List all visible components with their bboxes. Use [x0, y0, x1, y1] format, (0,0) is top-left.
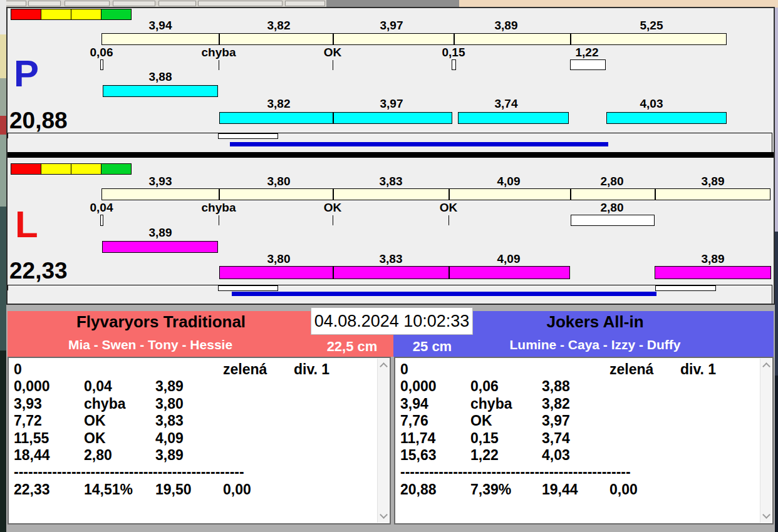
lane-l-mark-label: 2,80 [601, 202, 624, 213]
lane-l-letter: L [15, 206, 38, 243]
lane-p-split-bar [101, 33, 727, 45]
top-strip-segment [198, 1, 283, 6]
lane-l-start-tick [100, 215, 103, 226]
result-row: 0,0000,063,88 [395, 378, 760, 395]
scroll-up-icon[interactable] [762, 362, 770, 371]
lane-p-start-tick [100, 59, 103, 70]
lane-p-mark-label: chyba [202, 46, 236, 58]
team-right-jump-height: 25 cm [393, 340, 471, 354]
result-row: 11,740,153,74 [395, 430, 760, 447]
lane-p-run-label: 3,82 [267, 98, 291, 110]
lane-p-run-label: 4,03 [640, 98, 663, 110]
run-divider [333, 113, 334, 123]
lane-l-traffic-light-yellow2 [71, 163, 101, 175]
team-right-results-panel[interactable]: 0 zelená div. 1 0,0000,063,88 3,94chyba3… [394, 357, 774, 524]
scroll-up-icon[interactable] [380, 362, 388, 371]
lane-p-white-progress-bar [218, 133, 278, 139]
scrollbar[interactable] [760, 359, 772, 523]
totals-row: 20,887,39%19,440,00 [395, 481, 760, 498]
datetime-box: 04.08.2024 10:02:33 [311, 307, 473, 335]
status-division: div. 1 [680, 361, 760, 378]
status-row: 0 zelená div. 1 [9, 361, 377, 378]
lane-l-split-label: 3,80 [267, 175, 291, 187]
lane-p-run-bar [458, 112, 569, 124]
team-left-jump-height: 22,5 cm [311, 340, 393, 354]
lane-l-run-label: 4,09 [497, 253, 521, 265]
result-row: 7,72OK3,83 [9, 412, 377, 429]
split-divider [454, 34, 455, 44]
lane-l-mark-label: OK [440, 202, 458, 213]
lane-p-run-bar [219, 112, 452, 124]
lane-l-mark-label: chyba [202, 202, 236, 213]
lane-l-total-time: 22,33 [9, 259, 68, 282]
lane-p-run-bar [606, 112, 727, 124]
lane-p-mark-tick [333, 60, 333, 70]
lane-p-mark-label: 1,22 [576, 46, 599, 58]
lane-p-first-run-bar [103, 85, 218, 97]
lane-p-blue-progress-bar [230, 142, 608, 146]
lane-p-traffic-light-red [11, 9, 41, 20]
lane-l-mark-label: OK [324, 202, 342, 213]
lane-p-letter: P [14, 55, 39, 93]
lane-l-first-run-label: 3,89 [149, 227, 172, 238]
top-strip-segment [28, 1, 61, 6]
background-window-right-sliver [775, 0, 778, 532]
lane-p-mark-label: OK [324, 46, 342, 58]
lane-p-mark-tick-box [452, 59, 456, 70]
team-left-results-text: 0 zelená div. 1 0,0000,043,89 3,93chyba3… [9, 361, 377, 498]
lane-p-baseline-left-tick [8, 133, 8, 138]
lane-l-run-bar [655, 266, 771, 279]
lane-p-traffic-light-green [101, 9, 132, 20]
totals-row: 22,3314,51%19,500,00 [9, 481, 377, 498]
team-left-members: Mia - Swen - Tony - Hessie [8, 338, 293, 351]
scrollbar[interactable] [377, 359, 389, 523]
lane-l-blue-progress-bar [232, 292, 656, 296]
lane-l-mark-tick-box [571, 215, 655, 226]
lane-p-baseline-right-edge [772, 133, 772, 152]
status-light: zelená [223, 361, 294, 378]
result-row: 11,55OK4,09 [9, 430, 377, 447]
lane-l-white-progress-bar [218, 285, 278, 291]
top-strip-segment [113, 1, 155, 6]
lane-p-traffic-light-yellow2 [71, 9, 101, 20]
lane-p-run-label: 3,97 [380, 98, 403, 110]
lane-l-white-progress-bar [655, 285, 716, 291]
status-penalty: 0 [400, 361, 609, 378]
status-row: 0 zelená div. 1 [395, 361, 760, 378]
lane-divider-bar [8, 152, 774, 158]
lane-p-mark-label: 0,15 [442, 46, 465, 58]
top-strip-segment [65, 1, 110, 6]
split-divider [333, 189, 334, 200]
datetime-text: 04.08.2024 10:02:33 [314, 312, 470, 331]
scroll-down-icon[interactable] [762, 511, 770, 519]
split-divider [655, 189, 656, 200]
split-divider [333, 34, 334, 44]
result-row: 18,442,803,89 [9, 447, 377, 464]
lane-p-split-label: 5,25 [640, 19, 663, 31]
separator-dashes: ----------------------------------------… [9, 464, 377, 481]
split-divider [219, 34, 220, 44]
status-division: div. 1 [294, 361, 377, 378]
split-divider [570, 34, 571, 44]
lane-l-mark-label: 0,04 [90, 202, 113, 213]
result-row: 0,0000,043,89 [9, 378, 377, 395]
team-left-results-panel[interactable]: 0 zelená div. 1 0,0000,043,89 3,93chyba3… [8, 357, 391, 524]
lane-p-split-label: 3,89 [495, 19, 518, 31]
split-divider [570, 189, 571, 200]
team-right-results-text: 0 zelená div. 1 0,0000,063,88 3,94chyba3… [395, 361, 760, 498]
background-window-left-sliver [0, 0, 6, 532]
lane-l-split-bar [101, 188, 770, 200]
team-left-name: Flyvaryors Traditional [8, 314, 314, 330]
lane-l-run-bar [219, 266, 570, 279]
lane-l-traffic-light-green [101, 163, 132, 175]
scroll-down-icon[interactable] [380, 511, 388, 519]
lane-l-traffic-light-yellow1 [41, 163, 71, 175]
lane-l-run-label: 3,83 [380, 253, 403, 265]
lane-l-mark-tick [219, 215, 219, 225]
separator-dashes: ----------------------------------------… [395, 464, 760, 481]
lane-p-baseline [8, 133, 772, 133]
run-divider [333, 267, 334, 279]
lane-p-traffic-light-yellow1 [41, 9, 71, 20]
result-row: 7,76OK3,97 [395, 412, 760, 429]
lane-p-mark-label: 0,06 [90, 46, 113, 58]
